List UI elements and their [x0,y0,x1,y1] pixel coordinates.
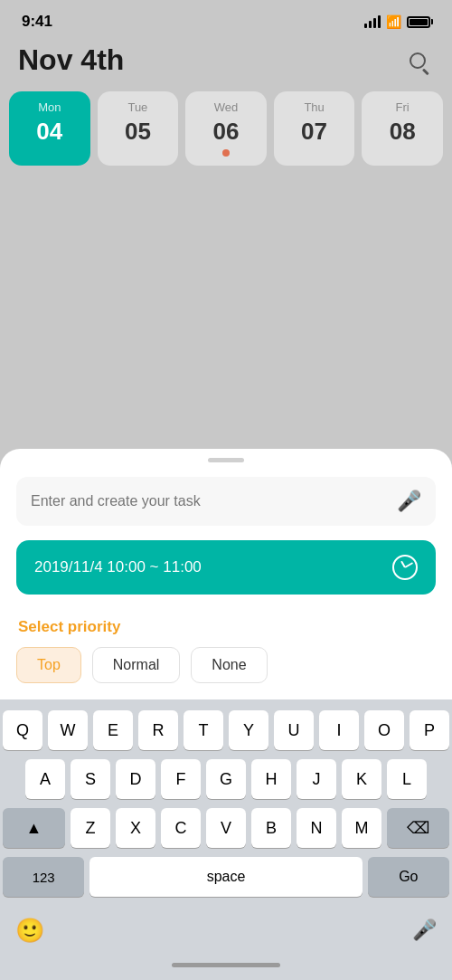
day-name: Thu [274,100,355,114]
signal-icon [364,15,381,28]
key-e[interactable]: E [93,710,133,750]
keyboard-mic-icon[interactable]: 🎤 [412,918,437,942]
key-m[interactable]: M [342,808,381,848]
bottom-sheet: 🎤 2019/11/4 10:00 ~ 11:00 Select priorit… [0,449,452,980]
keyboard-row-1: Q W E R T Y U I O P [3,710,449,750]
key-c[interactable]: C [161,808,201,848]
search-button[interactable] [401,44,434,77]
keyboard-row-3: ▲ Z X C V B N M ⌫ [3,808,449,848]
day-num: 05 [98,118,179,146]
key-r[interactable]: R [138,710,178,750]
battery-icon [407,16,430,28]
day-num: 07 [274,118,355,146]
clock-icon [392,555,418,580]
emoji-icon[interactable]: 🙂 [15,917,44,945]
task-input-row[interactable]: 🎤 [16,477,436,526]
shift-key[interactable]: ▲ [3,808,65,848]
day-dot [222,149,230,157]
key-b[interactable]: B [251,808,291,848]
day-name: Mon [9,100,90,114]
day-num: 06 [185,118,267,146]
num-key[interactable]: 123 [3,857,84,897]
day-strip: Mon 04 Tue 05 Wed 06 Thu 07 Fri 08 [0,91,452,166]
key-i[interactable]: I [319,710,359,750]
calendar-title: Nov 4th [18,43,124,77]
search-icon [410,52,426,69]
key-f[interactable]: F [161,759,201,799]
space-key[interactable]: space [89,857,362,897]
status-time: 9:41 [22,13,52,31]
home-indicator [0,949,452,980]
priority-label: Select priority [0,611,452,647]
key-v[interactable]: V [206,808,246,848]
datetime-banner[interactable]: 2019/11/4 10:00 ~ 11:00 [16,540,436,595]
day-name: Fri [362,100,443,114]
delete-key[interactable]: ⌫ [387,808,449,848]
day-card-mon[interactable]: Mon 04 [9,91,90,166]
key-j[interactable]: J [297,759,336,799]
key-z[interactable]: Z [71,808,110,848]
day-num: 08 [362,118,443,146]
status-icons: 📶 [364,14,430,29]
day-card-tue[interactable]: Tue 05 [98,91,179,166]
day-num: 04 [9,118,90,146]
key-g[interactable]: G [206,759,246,799]
key-n[interactable]: N [297,808,336,848]
key-l[interactable]: L [387,759,427,799]
key-t[interactable]: T [184,710,223,750]
key-o[interactable]: O [364,710,404,750]
go-key[interactable]: Go [368,857,449,897]
key-a[interactable]: A [25,759,65,799]
day-card-thu[interactable]: Thu 07 [274,91,355,166]
sheet-handle [208,458,244,462]
key-k[interactable]: K [342,759,381,799]
key-y[interactable]: Y [229,710,268,750]
priority-options: Top Normal None [0,647,452,699]
keyboard-row-2: A S D F G H J K L [3,759,449,799]
key-d[interactable]: D [116,759,155,799]
keyboard: Q W E R T Y U I O P A S D F G H J K L ▲ … [0,699,452,949]
key-s[interactable]: S [71,759,110,799]
home-bar [172,963,280,967]
key-q[interactable]: Q [3,710,42,750]
keyboard-bottom: 🙂 🎤 [3,906,449,949]
day-card-fri[interactable]: Fri 08 [362,91,443,166]
status-bar: 9:41 📶 [0,0,452,36]
priority-normal-button[interactable]: Normal [92,647,181,683]
keyboard-row-4: 123 space Go [3,857,449,897]
key-p[interactable]: P [410,710,449,750]
mic-icon[interactable]: 🎤 [397,490,421,513]
datetime-text: 2019/11/4 10:00 ~ 11:00 [34,558,202,576]
day-name: Wed [185,100,267,114]
priority-top-button[interactable]: Top [16,647,81,683]
wifi-icon: 📶 [386,14,401,29]
key-x[interactable]: X [116,808,155,848]
calendar-header: Nov 4th [0,36,452,91]
key-h[interactable]: H [251,759,291,799]
day-card-wed[interactable]: Wed 06 [185,91,267,166]
key-w[interactable]: W [48,710,88,750]
day-name: Tue [98,100,179,114]
key-u[interactable]: U [274,710,314,750]
priority-none-button[interactable]: None [191,647,267,683]
task-input[interactable] [31,493,397,509]
